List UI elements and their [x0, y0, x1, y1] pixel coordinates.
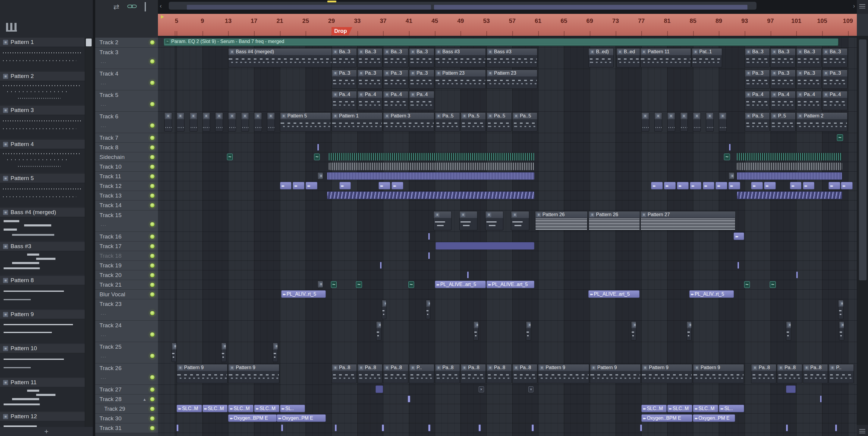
- track-header[interactable]: Track 16: [95, 232, 158, 241]
- clip[interactable]: ≡: [786, 321, 791, 340]
- horizontal-scrollbar[interactable]: ‹ ›: [158, 0, 857, 12]
- clip[interactable]: ≡Pattern 9: [177, 364, 227, 383]
- track-lane[interactable]: [158, 261, 857, 270]
- collapse-arrow-icon[interactable]: ▲: [143, 397, 147, 401]
- track-lane[interactable]: ≡≡≡≡≡≡≡: [158, 321, 857, 342]
- clip[interactable]: [737, 153, 842, 161]
- clip[interactable]: [786, 425, 788, 431]
- clip[interactable]: ≡Pa..5: [435, 112, 460, 132]
- track-lane[interactable]: ≡≡≡: [158, 299, 857, 321]
- mute-led[interactable]: [150, 282, 155, 287]
- mute-led[interactable]: [150, 155, 155, 160]
- track-lane[interactable]: [158, 191, 857, 201]
- pattern-item[interactable]: ≡Bass #4 (merged): [0, 208, 85, 242]
- clip[interactable]: ≡P..5: [770, 112, 796, 132]
- track-lane[interactable]: [158, 423, 857, 433]
- clip[interactable]: ≡B..ed: [616, 48, 640, 67]
- track-header[interactable]: Track 24...: [95, 321, 158, 342]
- mute-led[interactable]: [150, 354, 155, 359]
- mute-led[interactable]: [150, 80, 155, 86]
- clip[interactable]: ≡Pa..5: [513, 112, 538, 132]
- mute-led[interactable]: [150, 234, 155, 239]
- clip[interactable]: ≡: [839, 321, 844, 340]
- track-lane[interactable]: ≡Pattern 9≡Pattern 9≡Pa..8≡Pa..8≡Pa..8≡P…: [158, 363, 857, 385]
- clip[interactable]: [335, 425, 337, 431]
- track-lane[interactable]: [158, 251, 857, 261]
- track-lane[interactable]: [158, 270, 857, 280]
- clip[interactable]: ≡Pattern 9: [693, 364, 744, 383]
- swap-icon[interactable]: ⇄: [113, 2, 119, 11]
- track-header[interactable]: Track 6...: [95, 112, 158, 133]
- track-header[interactable]: Track 19: [95, 261, 158, 270]
- clip[interactable]: ≡: [838, 300, 843, 319]
- clip[interactable]: ▸▸: [841, 182, 852, 190]
- mute-led[interactable]: [150, 135, 155, 140]
- clip[interactable]: ▸▸PL_ALIV..rt_5: [689, 290, 734, 298]
- pattern-item[interactable]: ≡Pattern 12: [0, 412, 85, 427]
- clip[interactable]: ≡Pa..8: [751, 364, 776, 383]
- clip[interactable]: ≡Pa..8: [435, 364, 460, 383]
- clip[interactable]: ≡Pa..3: [332, 70, 357, 89]
- clip[interactable]: ▸▸Oxygen..PM E: [277, 414, 326, 422]
- clip[interactable]: ≡: [172, 343, 177, 362]
- clip[interactable]: ≡Pattern 5: [280, 112, 331, 132]
- track-header[interactable]: Track 21: [95, 280, 158, 290]
- clip[interactable]: ≡Ba..3: [822, 48, 847, 67]
- clip[interactable]: ~: [408, 281, 414, 288]
- mute-led[interactable]: [150, 174, 155, 179]
- clip[interactable]: ≡Pattern 9: [641, 364, 692, 383]
- clip[interactable]: ≡: [426, 300, 430, 319]
- clip[interactable]: ≡: [485, 211, 503, 230]
- track-header[interactable]: Track 15...: [95, 210, 158, 232]
- clip[interactable]: ▸▸: [378, 182, 390, 190]
- clip[interactable]: ▸▸SLC..M: [641, 405, 667, 412]
- clip[interactable]: ≡B..ed): [588, 48, 614, 67]
- clip[interactable]: ≡Pa..8: [332, 364, 357, 383]
- mute-led[interactable]: [150, 263, 155, 268]
- clip[interactable]: ≡Pattern 26: [535, 211, 588, 230]
- clip[interactable]: ≡Pa..8: [803, 364, 828, 383]
- clip[interactable]: [317, 144, 319, 150]
- clip[interactable]: ≡: [267, 112, 275, 132]
- track-lane[interactable]: ≡≡: [158, 172, 857, 181]
- track-lane[interactable]: ≡≡≡≡≡Pattern 26≡Pattern 26≡Pattern 27: [158, 210, 857, 232]
- clip[interactable]: [428, 425, 430, 431]
- track-lane[interactable]: ▸▸: [158, 232, 857, 241]
- track-header[interactable]: Sidechain: [95, 153, 158, 162]
- clip[interactable]: ▸▸PL_ALIVE..art_5: [435, 281, 486, 288]
- mute-led[interactable]: [150, 416, 155, 421]
- clip[interactable]: ≡Ba..3: [358, 48, 383, 67]
- clip[interactable]: ≡: [433, 211, 452, 230]
- clip[interactable]: ≡: [215, 112, 223, 132]
- clip[interactable]: [737, 172, 842, 180]
- playback-start-caret[interactable]: [161, 15, 164, 19]
- pattern-item[interactable]: ≡Pattern 2: [0, 72, 85, 106]
- track-lane[interactable]: ▸▸PL_ALIV..rt_5▸▸PL_ALIVE..art_5▸▸PL_ALI…: [158, 290, 857, 299]
- clip[interactable]: ≡Pa..3: [745, 70, 770, 89]
- clip[interactable]: ≡: [687, 321, 692, 340]
- clip[interactable]: ≡: [241, 112, 249, 132]
- mute-led[interactable]: [150, 406, 155, 411]
- track-lane[interactable]: [158, 201, 857, 210]
- clip[interactable]: ▸▸: [734, 232, 744, 240]
- mute-led[interactable]: [150, 145, 155, 150]
- clip[interactable]: ≡Pa..3: [822, 70, 847, 89]
- pattern-picker-icon[interactable]: [6, 23, 17, 32]
- clip[interactable]: ≡: [317, 281, 323, 288]
- mute-led[interactable]: [150, 164, 155, 169]
- clip[interactable]: ≡Pa..8: [513, 364, 538, 383]
- track-header[interactable]: Blur Vocal: [95, 290, 158, 299]
- clip[interactable]: ▸▸: [829, 182, 840, 190]
- mute-led[interactable]: [150, 272, 155, 278]
- clip[interactable]: ≡Pattern 9: [590, 364, 641, 383]
- clip[interactable]: ≡Pa..5: [745, 112, 770, 132]
- clip[interactable]: [428, 233, 430, 240]
- mute-led[interactable]: [150, 123, 155, 128]
- track-header[interactable]: Track 20: [95, 270, 158, 280]
- clip[interactable]: ≡: [177, 112, 184, 132]
- pattern-item[interactable]: ≡Pattern 4: [0, 140, 85, 174]
- clip[interactable]: ≡Pa..8: [461, 364, 486, 383]
- vertical-scroll-thumb[interactable]: [859, 39, 867, 280]
- track-header[interactable]: Track 12: [95, 181, 158, 191]
- clip[interactable]: ≡: [719, 112, 727, 132]
